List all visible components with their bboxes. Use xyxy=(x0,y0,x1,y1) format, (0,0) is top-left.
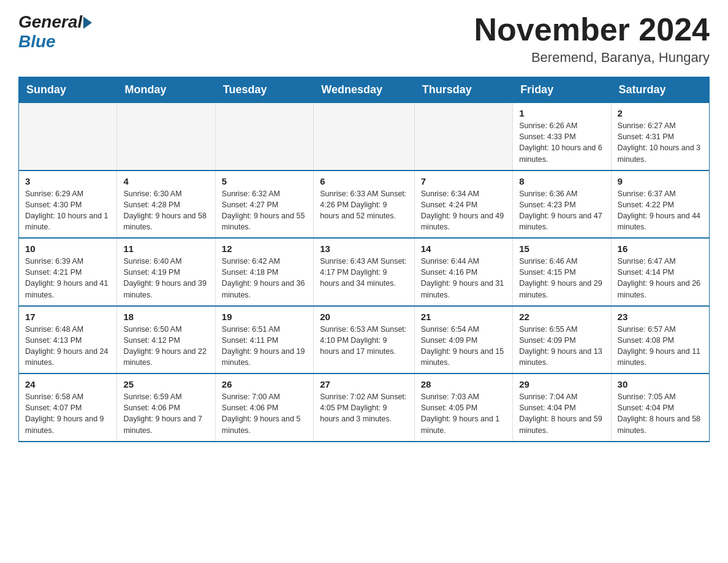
day-number: 21 xyxy=(421,312,506,322)
day-number: 9 xyxy=(618,176,703,186)
day-info: Sunrise: 6:37 AM Sunset: 4:22 PM Dayligh… xyxy=(618,188,703,233)
calendar-cell: 6Sunrise: 6:33 AM Sunset: 4:26 PM Daylig… xyxy=(314,170,414,239)
day-number: 6 xyxy=(320,176,408,186)
day-info: Sunrise: 6:58 AM Sunset: 4:07 PM Dayligh… xyxy=(25,391,110,436)
calendar-week-row: 1Sunrise: 6:26 AM Sunset: 4:33 PM Daylig… xyxy=(19,103,710,170)
day-info: Sunrise: 6:43 AM Sunset: 4:17 PM Dayligh… xyxy=(320,256,408,289)
day-number: 18 xyxy=(123,312,208,322)
calendar-cell: 11Sunrise: 6:40 AM Sunset: 4:19 PM Dayli… xyxy=(117,238,215,306)
day-info: Sunrise: 7:04 AM Sunset: 4:04 PM Dayligh… xyxy=(519,391,604,436)
logo-arrow-icon xyxy=(83,17,92,29)
calendar-cell: 16Sunrise: 6:47 AM Sunset: 4:14 PM Dayli… xyxy=(611,238,709,306)
day-info: Sunrise: 6:57 AM Sunset: 4:08 PM Dayligh… xyxy=(618,324,703,369)
day-number: 1 xyxy=(519,108,604,118)
calendar-week-row: 10Sunrise: 6:39 AM Sunset: 4:21 PM Dayli… xyxy=(19,238,710,306)
column-header-thursday: Thursday xyxy=(414,77,512,103)
day-number: 12 xyxy=(222,243,307,254)
day-info: Sunrise: 6:36 AM Sunset: 4:23 PM Dayligh… xyxy=(519,188,604,233)
calendar-cell xyxy=(215,103,313,170)
day-info: Sunrise: 6:29 AM Sunset: 4:30 PM Dayligh… xyxy=(25,188,110,233)
day-info: Sunrise: 7:03 AM Sunset: 4:05 PM Dayligh… xyxy=(421,391,506,436)
calendar-header-row: SundayMondayTuesdayWednesdayThursdayFrid… xyxy=(19,77,710,103)
day-number: 22 xyxy=(519,312,604,322)
calendar-cell: 28Sunrise: 7:03 AM Sunset: 4:05 PM Dayli… xyxy=(414,373,512,442)
calendar-cell: 30Sunrise: 7:05 AM Sunset: 4:04 PM Dayli… xyxy=(611,373,709,442)
day-info: Sunrise: 6:46 AM Sunset: 4:15 PM Dayligh… xyxy=(519,256,604,301)
day-number: 2 xyxy=(618,108,703,118)
day-info: Sunrise: 7:00 AM Sunset: 4:06 PM Dayligh… xyxy=(222,391,307,436)
calendar-cell: 21Sunrise: 6:54 AM Sunset: 4:09 PM Dayli… xyxy=(414,306,512,374)
calendar-cell: 17Sunrise: 6:48 AM Sunset: 4:13 PM Dayli… xyxy=(19,306,117,374)
day-number: 13 xyxy=(320,243,408,254)
calendar-cell: 25Sunrise: 6:59 AM Sunset: 4:06 PM Dayli… xyxy=(117,373,215,442)
day-info: Sunrise: 6:33 AM Sunset: 4:26 PM Dayligh… xyxy=(320,188,408,221)
day-info: Sunrise: 6:40 AM Sunset: 4:19 PM Dayligh… xyxy=(123,256,208,301)
calendar-cell: 15Sunrise: 6:46 AM Sunset: 4:15 PM Dayli… xyxy=(513,238,611,306)
day-info: Sunrise: 6:44 AM Sunset: 4:16 PM Dayligh… xyxy=(421,256,506,301)
day-info: Sunrise: 6:39 AM Sunset: 4:21 PM Dayligh… xyxy=(25,256,110,301)
day-info: Sunrise: 6:34 AM Sunset: 4:24 PM Dayligh… xyxy=(421,188,506,233)
calendar-cell: 26Sunrise: 7:00 AM Sunset: 4:06 PM Dayli… xyxy=(215,373,313,442)
day-number: 14 xyxy=(421,243,506,254)
calendar-cell: 18Sunrise: 6:50 AM Sunset: 4:12 PM Dayli… xyxy=(117,306,215,374)
calendar-cell xyxy=(314,103,414,170)
calendar-cell: 19Sunrise: 6:51 AM Sunset: 4:11 PM Dayli… xyxy=(215,306,313,374)
day-number: 5 xyxy=(222,176,307,186)
calendar-week-row: 3Sunrise: 6:29 AM Sunset: 4:30 PM Daylig… xyxy=(19,170,710,239)
day-info: Sunrise: 6:47 AM Sunset: 4:14 PM Dayligh… xyxy=(618,256,703,301)
calendar-cell: 22Sunrise: 6:55 AM Sunset: 4:09 PM Dayli… xyxy=(513,306,611,374)
day-number: 20 xyxy=(320,312,408,322)
day-number: 30 xyxy=(618,379,703,389)
day-info: Sunrise: 7:02 AM Sunset: 4:05 PM Dayligh… xyxy=(320,391,408,424)
day-number: 3 xyxy=(25,176,110,186)
day-number: 11 xyxy=(123,243,208,254)
calendar-cell xyxy=(414,103,512,170)
day-number: 15 xyxy=(519,243,604,254)
calendar-cell: 27Sunrise: 7:02 AM Sunset: 4:05 PM Dayli… xyxy=(314,373,414,442)
calendar-cell: 29Sunrise: 7:04 AM Sunset: 4:04 PM Dayli… xyxy=(513,373,611,442)
day-number: 10 xyxy=(25,243,110,254)
day-number: 27 xyxy=(320,379,408,389)
day-number: 26 xyxy=(222,379,307,389)
calendar-cell: 12Sunrise: 6:42 AM Sunset: 4:18 PM Dayli… xyxy=(215,238,313,306)
page-title: November 2024 xyxy=(474,12,710,47)
day-info: Sunrise: 6:59 AM Sunset: 4:06 PM Dayligh… xyxy=(123,391,208,436)
day-number: 23 xyxy=(618,312,703,322)
calendar-week-row: 24Sunrise: 6:58 AM Sunset: 4:07 PM Dayli… xyxy=(19,373,710,442)
column-header-tuesday: Tuesday xyxy=(215,77,313,103)
day-info: Sunrise: 6:27 AM Sunset: 4:31 PM Dayligh… xyxy=(618,120,703,165)
calendar-cell: 20Sunrise: 6:53 AM Sunset: 4:10 PM Dayli… xyxy=(314,306,414,374)
calendar-cell: 14Sunrise: 6:44 AM Sunset: 4:16 PM Dayli… xyxy=(414,238,512,306)
day-number: 28 xyxy=(421,379,506,389)
day-info: Sunrise: 6:42 AM Sunset: 4:18 PM Dayligh… xyxy=(222,256,307,301)
calendar-cell: 7Sunrise: 6:34 AM Sunset: 4:24 PM Daylig… xyxy=(414,170,512,239)
day-info: Sunrise: 6:26 AM Sunset: 4:33 PM Dayligh… xyxy=(519,120,604,165)
calendar-cell: 10Sunrise: 6:39 AM Sunset: 4:21 PM Dayli… xyxy=(19,238,117,306)
day-number: 19 xyxy=(222,312,307,322)
calendar-cell xyxy=(19,103,117,170)
page-header: General Blue November 2024 Beremend, Bar… xyxy=(18,12,710,66)
day-info: Sunrise: 6:48 AM Sunset: 4:13 PM Dayligh… xyxy=(25,324,110,369)
column-header-sunday: Sunday xyxy=(19,77,117,103)
day-number: 7 xyxy=(421,176,506,186)
day-number: 29 xyxy=(519,379,604,389)
calendar-cell: 8Sunrise: 6:36 AM Sunset: 4:23 PM Daylig… xyxy=(513,170,611,239)
calendar-cell: 4Sunrise: 6:30 AM Sunset: 4:28 PM Daylig… xyxy=(117,170,215,239)
day-info: Sunrise: 6:51 AM Sunset: 4:11 PM Dayligh… xyxy=(222,324,307,369)
day-info: Sunrise: 7:05 AM Sunset: 4:04 PM Dayligh… xyxy=(618,391,703,436)
day-info: Sunrise: 6:55 AM Sunset: 4:09 PM Dayligh… xyxy=(519,324,604,369)
day-info: Sunrise: 6:54 AM Sunset: 4:09 PM Dayligh… xyxy=(421,324,506,369)
day-number: 25 xyxy=(123,379,208,389)
column-header-friday: Friday xyxy=(513,77,611,103)
calendar-cell: 24Sunrise: 6:58 AM Sunset: 4:07 PM Dayli… xyxy=(19,373,117,442)
calendar-cell xyxy=(117,103,215,170)
calendar-cell: 1Sunrise: 6:26 AM Sunset: 4:33 PM Daylig… xyxy=(513,103,611,170)
calendar-table: SundayMondayTuesdayWednesdayThursdayFrid… xyxy=(18,77,710,442)
day-info: Sunrise: 6:32 AM Sunset: 4:27 PM Dayligh… xyxy=(222,188,307,233)
logo-general-text: General xyxy=(18,12,82,32)
day-number: 8 xyxy=(519,176,604,186)
day-info: Sunrise: 6:50 AM Sunset: 4:12 PM Dayligh… xyxy=(123,324,208,369)
column-header-monday: Monday xyxy=(117,77,215,103)
day-info: Sunrise: 6:30 AM Sunset: 4:28 PM Dayligh… xyxy=(123,188,208,233)
logo-blue-text: Blue xyxy=(18,32,56,52)
